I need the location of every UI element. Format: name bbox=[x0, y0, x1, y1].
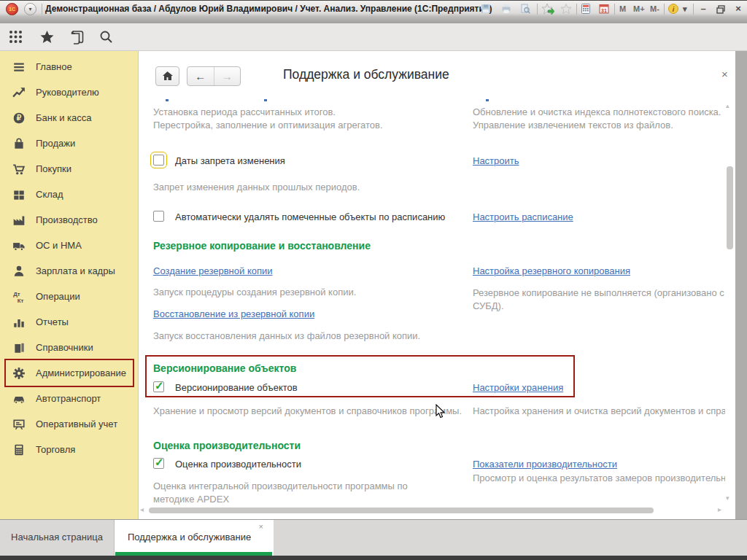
tab-close-icon[interactable]: × bbox=[259, 522, 263, 531]
scroll-left-icon[interactable]: ◂ bbox=[140, 505, 144, 513]
sidebar-item-operativnyi-uchet[interactable]: Оперативный учет bbox=[0, 411, 138, 437]
tab-support-maintenance[interactable]: Поддержка и обслуживание × bbox=[115, 520, 274, 556]
scroll-up-icon[interactable]: ▴ bbox=[726, 102, 729, 109]
svg-text:Кт: Кт bbox=[18, 297, 24, 303]
all-functions-menu-button[interactable] bbox=[9, 27, 29, 47]
performance-checkbox[interactable]: ✓ bbox=[153, 458, 164, 469]
forward-button[interactable]: → bbox=[214, 67, 241, 85]
bar-chart-icon bbox=[12, 316, 26, 329]
dates-prohibition-desc: Запрет изменения данных прошлых периодов… bbox=[153, 182, 360, 192]
annotation-highlight-versioning bbox=[145, 355, 575, 397]
backup-settings-desc: Резервное копирование не выполняется (ор… bbox=[473, 287, 725, 313]
performance-section-header: Оценка производительности bbox=[153, 440, 301, 451]
info-icon[interactable]: i bbox=[667, 3, 681, 15]
sidebar-item-sklad[interactable]: Склад bbox=[0, 182, 138, 207]
vertical-scrollbar-thumb[interactable] bbox=[727, 166, 733, 249]
favorite-icon bbox=[560, 3, 573, 15]
scroll-right-icon[interactable]: ▸ bbox=[718, 505, 721, 513]
sidebar-item-label: Торговля bbox=[36, 444, 75, 455]
add-favorite-icon[interactable] bbox=[541, 3, 554, 15]
fts-desc-line2: Управление извлечением текстов из файлов… bbox=[473, 120, 725, 131]
open-windows-tabbar: Начальная страница Поддержка и обслужива… bbox=[0, 519, 747, 556]
backup-section-header: Резервное копирование и восстановление bbox=[153, 240, 371, 252]
history-nav-group: ← → bbox=[187, 66, 241, 86]
sidebar-item-torgovlya[interactable]: Торговля bbox=[0, 437, 138, 462]
quick-toolbar bbox=[0, 23, 747, 51]
support-maintenance-page: ← → Поддержка и обслуживание × Установка… bbox=[139, 51, 735, 519]
memory-m-minus-button[interactable]: M- bbox=[650, 4, 659, 13]
totals-desc-line1: Установка периода рассчитанных итогов. bbox=[153, 106, 336, 117]
favorites-button[interactable] bbox=[39, 27, 60, 47]
minimize-button[interactable]: – bbox=[697, 3, 709, 14]
check-icon: ✓ bbox=[155, 456, 164, 469]
configure-dates-link[interactable]: Настроить bbox=[473, 155, 519, 166]
sidebar-item-label: Главное bbox=[36, 61, 72, 72]
sidebar-item-label: Оперативный учет bbox=[36, 419, 117, 429]
sidebar-item-label: Справочники bbox=[36, 342, 93, 353]
sections-panel: Главное Руководителю ₽ Банк и касса Прод… bbox=[0, 51, 139, 519]
sidebar-item-zarplata-i-kadry[interactable]: Зарплата и кадры bbox=[0, 258, 138, 284]
memory-m-button[interactable]: M bbox=[619, 4, 626, 13]
sidebar-item-label: Автотранспорт bbox=[36, 393, 101, 404]
page-close-icon[interactable]: × bbox=[721, 68, 728, 80]
info-dropdown-icon[interactable]: ▾ bbox=[683, 4, 687, 14]
divider bbox=[664, 4, 665, 15]
close-window-button[interactable]: × bbox=[732, 3, 744, 14]
sidebar-item-glavnoe[interactable]: Главное bbox=[0, 54, 138, 79]
divider bbox=[42, 4, 42, 15]
clipped-link-remnant bbox=[486, 99, 489, 101]
back-button[interactable]: ← bbox=[187, 67, 214, 85]
divider bbox=[693, 4, 694, 15]
tab-home-page[interactable]: Начальная страница bbox=[0, 520, 115, 556]
system-menu-button[interactable]: ▾ bbox=[24, 3, 36, 15]
sidebar-item-rukovoditelyu[interactable]: Руководителю bbox=[0, 79, 138, 105]
search-icon bbox=[99, 30, 113, 44]
memory-m-plus-button[interactable]: M+ bbox=[633, 4, 645, 13]
sidebar-item-avtotransport[interactable]: Автотранспорт bbox=[0, 386, 138, 411]
svg-text:₽: ₽ bbox=[17, 114, 22, 122]
truck-icon bbox=[12, 239, 26, 252]
ruble-coin-icon: ₽ bbox=[12, 112, 26, 125]
configure-schedule-link[interactable]: Настроить расписание bbox=[473, 211, 573, 222]
restore-backup-desc: Запуск восстановления данных из файлов р… bbox=[153, 330, 420, 341]
svg-text:31: 31 bbox=[601, 8, 607, 13]
create-backup-link[interactable]: Создание резервной копии bbox=[153, 265, 273, 276]
home-button[interactable] bbox=[155, 66, 179, 86]
calculator-icon bbox=[12, 443, 26, 456]
create-backup-desc: Запуск процедуры создания резервной копи… bbox=[153, 287, 356, 298]
sidebar-item-bank-i-kassa[interactable]: ₽ Банк и касса bbox=[0, 105, 138, 131]
restore-backup-link[interactable]: Восстановление из резервной копии bbox=[153, 308, 314, 319]
person-icon bbox=[12, 265, 26, 278]
divider bbox=[576, 4, 577, 15]
dates-prohibition-checkbox[interactable] bbox=[153, 155, 164, 166]
search-button[interactable] bbox=[99, 27, 120, 47]
menu-lines-icon bbox=[12, 61, 26, 74]
board-icon bbox=[12, 418, 26, 431]
svg-text:Дт: Дт bbox=[13, 290, 20, 297]
horizontal-scrollbar-thumb[interactable] bbox=[149, 508, 654, 513]
calculator-icon[interactable] bbox=[580, 3, 593, 15]
history-button[interactable] bbox=[71, 27, 91, 47]
sidebar-item-proizvodstvo[interactable]: Производство bbox=[0, 207, 138, 233]
backup-settings-link[interactable]: Настройка резервного копирования bbox=[473, 265, 630, 276]
restore-button[interactable] bbox=[715, 3, 727, 14]
app-window: 1С ▾ Демонстрационная база / Абдулов Юри… bbox=[0, 0, 747, 560]
sidebar-item-prodazhi[interactable]: Продажи bbox=[0, 131, 138, 156]
car-icon bbox=[12, 392, 26, 405]
sidebar-item-otchety[interactable]: Отчеты bbox=[0, 309, 138, 335]
calendar-icon[interactable]: 31 bbox=[598, 3, 611, 15]
sidebar-item-pokupki[interactable]: Покупки bbox=[0, 156, 138, 182]
grid-menu-icon bbox=[9, 30, 23, 44]
history-scroll-icon bbox=[71, 30, 84, 44]
sidebar-item-os-i-nma[interactable]: ОС и НМА bbox=[0, 233, 138, 258]
sidebar-item-label: Склад bbox=[36, 189, 63, 200]
fts-desc-line1: Обновление и очистка индекса полнотексто… bbox=[473, 106, 725, 117]
scroll-down-icon[interactable]: ▾ bbox=[726, 494, 729, 502]
performance-indicators-link[interactable]: Показатели производительности bbox=[473, 459, 617, 470]
trend-chart-icon bbox=[12, 86, 26, 99]
sidebar-item-spravochniki[interactable]: Справочники bbox=[0, 335, 138, 360]
sidebar-item-label: Банк и касса bbox=[36, 112, 92, 123]
sidebar-item-operatsii[interactable]: ДтКт Операции bbox=[0, 284, 138, 309]
autodelete-checkbox[interactable] bbox=[153, 211, 164, 222]
window-title: Демонстрационная база / Абдулов Юрий Вла… bbox=[45, 4, 492, 14]
